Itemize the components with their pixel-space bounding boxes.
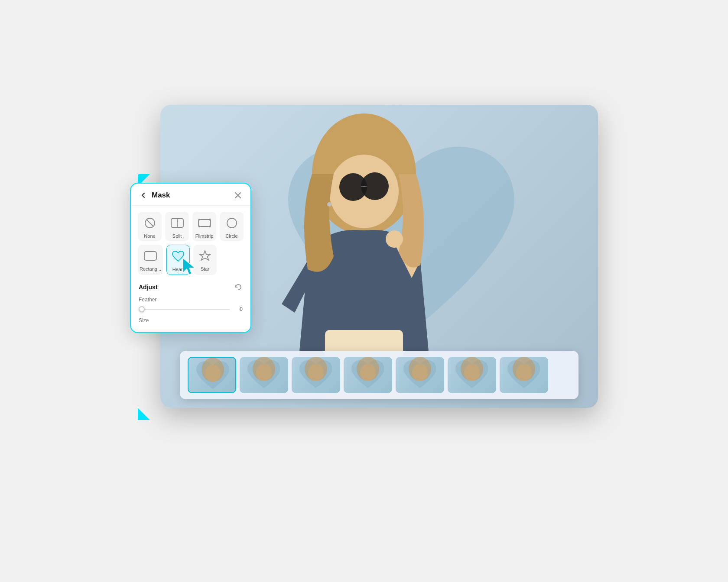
- svg-point-21: [513, 357, 535, 381]
- mask-panel-title: Mask: [152, 191, 170, 200]
- svg-point-11: [253, 357, 275, 381]
- cyan-corner-bottom-left: [138, 408, 150, 420]
- shape-item-none[interactable]: None: [138, 212, 162, 241]
- filmstrip-label: Filmstrip: [195, 233, 214, 239]
- shape-item-circle[interactable]: Circle: [220, 212, 244, 241]
- shape-item-rectangle[interactable]: Rectang...: [138, 245, 163, 275]
- filmstrip-icon: [197, 215, 212, 231]
- filmstrip-item-6[interactable]: [448, 357, 496, 393]
- star-label: Star: [201, 266, 209, 272]
- svg-rect-28: [209, 219, 211, 220]
- shape-item-star[interactable]: Star: [193, 245, 217, 275]
- mask-panel: Mask None: [130, 183, 251, 333]
- heart-icon: [170, 249, 186, 264]
- feather-slider-row: 0: [139, 306, 243, 312]
- svg-point-13: [305, 357, 327, 381]
- reset-button[interactable]: [234, 283, 243, 291]
- filmstrip-item-2[interactable]: [240, 357, 288, 393]
- svg-point-15: [357, 357, 379, 381]
- shape-item-heart[interactable]: Heart: [166, 245, 190, 275]
- circle-icon: [224, 215, 240, 231]
- svg-point-6: [386, 230, 403, 248]
- svg-point-30: [227, 218, 237, 228]
- size-label: Size: [139, 317, 243, 323]
- shape-item-split[interactable]: Split: [165, 212, 189, 241]
- svg-point-7: [327, 202, 332, 207]
- feather-slider-thumb[interactable]: [139, 306, 145, 312]
- star-icon: [197, 248, 213, 264]
- filmstrip-item-4[interactable]: [344, 357, 392, 393]
- filmstrip-item-7[interactable]: [500, 357, 548, 393]
- svg-point-19: [461, 357, 483, 381]
- split-label: Split: [172, 233, 182, 239]
- adjust-section: Adjust Feather 0 Size: [131, 278, 250, 323]
- feather-label: Feather: [139, 297, 243, 303]
- shape-item-filmstrip[interactable]: Filmstrip: [192, 212, 216, 241]
- circle-label: Circle: [225, 233, 237, 239]
- back-button[interactable]: [139, 191, 148, 200]
- mask-header-left: Mask: [139, 191, 170, 200]
- app-container: Mask None: [104, 79, 624, 503]
- close-button[interactable]: [233, 191, 243, 200]
- split-icon: [169, 215, 185, 231]
- svg-rect-31: [144, 252, 156, 260]
- filmstrip: [180, 351, 578, 399]
- feather-value: 0: [234, 306, 243, 312]
- adjust-header: Adjust: [139, 283, 243, 291]
- filmstrip-item-3[interactable]: [292, 357, 340, 393]
- shape-grid-row1: None Split: [131, 206, 250, 245]
- feather-slider-track[interactable]: [139, 309, 230, 310]
- rectangle-label: Rectang...: [140, 266, 161, 272]
- svg-rect-25: [198, 220, 211, 226]
- mask-panel-header: Mask: [131, 184, 250, 206]
- svg-point-17: [409, 357, 431, 381]
- heart-label: Heart: [172, 267, 184, 272]
- svg-rect-27: [198, 226, 200, 227]
- adjust-title: Adjust: [139, 284, 158, 291]
- none-label: None: [144, 233, 155, 239]
- none-icon: [142, 215, 158, 231]
- svg-point-9: [202, 358, 224, 382]
- shape-grid-row2: Rectang... Heart Star: [131, 245, 250, 278]
- filmstrip-item-5[interactable]: [396, 357, 444, 393]
- filmstrip-item-1[interactable]: [188, 357, 236, 393]
- svg-rect-26: [198, 219, 200, 220]
- rectangle-icon: [143, 248, 158, 264]
- shape-item-empty: [220, 245, 244, 275]
- svg-rect-29: [209, 226, 211, 227]
